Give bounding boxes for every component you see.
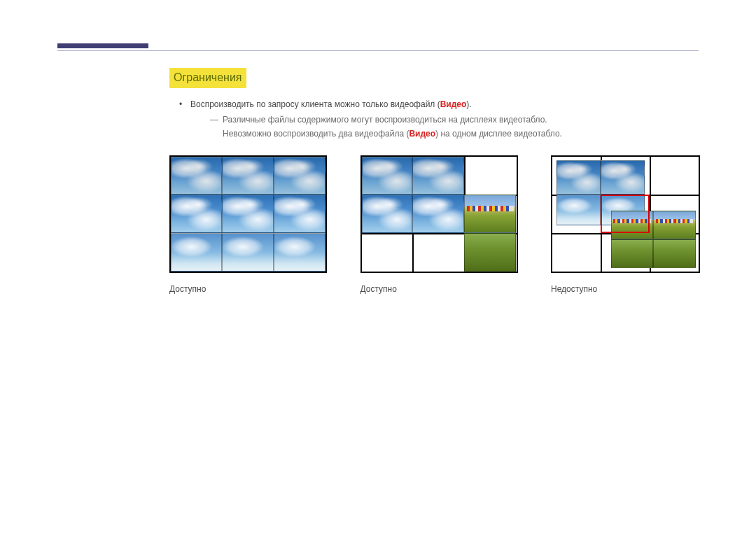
figure-caption-2: Доступно	[360, 283, 518, 295]
dash-list: Различные файлы содержимого могут воспро…	[190, 113, 701, 126]
bullet-item-1: Воспроизводить по запросу клиента можно …	[169, 98, 701, 140]
section-heading: Ограничения	[169, 68, 246, 88]
figure-caption-3: Недоступно	[551, 283, 700, 295]
videowall-1	[169, 155, 327, 273]
page: Ограничения Воспроизводить по запросу кл…	[0, 0, 756, 534]
dash-item-1: Различные файлы содержимого могут воспро…	[190, 113, 701, 126]
dash2-text-pre: Невозможно воспроизводить два видеофайла…	[223, 129, 409, 139]
bullet-list: Воспроизводить по запросу клиента можно …	[169, 98, 701, 140]
figure-row: Доступно Доступно	[169, 155, 700, 295]
videowall-2	[360, 155, 518, 273]
content-area: Ограничения Воспроизводить по запросу кл…	[169, 68, 701, 295]
figure-available-2: Доступно	[360, 155, 518, 295]
bullet1-text-post: ).	[466, 99, 471, 109]
keyword-video-1: Видео	[440, 99, 467, 109]
figure-caption-1: Доступно	[169, 283, 327, 295]
header-rule	[57, 50, 699, 51]
dash2-text-post: ) на одном дисплее видеотабло.	[435, 129, 562, 139]
dash-item-2: Невозможно воспроизводить два видеофайла…	[190, 127, 701, 140]
videowall-3	[551, 155, 700, 273]
keyword-video-2: Видео	[409, 129, 435, 139]
bullet1-text-pre: Воспроизводить по запросу клиента можно …	[190, 99, 440, 109]
header-accent-bar	[57, 43, 148, 48]
figure-unavailable: Недоступно	[551, 155, 700, 295]
figure-available-1: Доступно	[169, 155, 327, 295]
